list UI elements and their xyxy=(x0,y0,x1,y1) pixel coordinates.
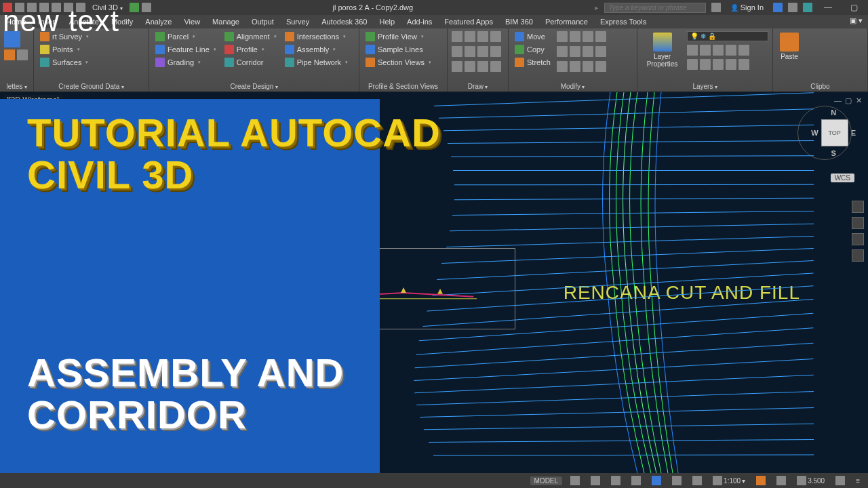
grading-button[interactable]: Grading xyxy=(153,57,218,68)
revcloud-icon[interactable] xyxy=(490,61,501,72)
workspace-toggle[interactable] xyxy=(753,475,768,486)
corridor-button[interactable]: Corridor xyxy=(222,57,279,68)
layer-dropdown[interactable]: 💡❄🔒 xyxy=(687,31,768,41)
tab-help[interactable]: Help xyxy=(373,15,401,28)
anno-monitor[interactable] xyxy=(774,475,789,486)
polar-toggle[interactable] xyxy=(629,475,644,486)
join-icon[interactable] xyxy=(570,61,580,72)
rect-icon[interactable] xyxy=(452,46,462,57)
panel-palettes[interactable]: lettes xyxy=(4,81,29,90)
nav-zoom-icon[interactable] xyxy=(852,233,864,245)
fillet-icon[interactable] xyxy=(595,31,606,42)
elevation-value[interactable]: 3.500 xyxy=(794,475,827,486)
arc-icon[interactable] xyxy=(490,31,501,42)
layer-uniso-icon[interactable] xyxy=(700,59,711,70)
tab-autodesk360[interactable]: Autodesk 360 xyxy=(315,15,373,28)
vp-close-icon[interactable]: ✕ xyxy=(856,96,864,104)
search-icon[interactable] xyxy=(711,3,721,12)
help-icon[interactable] xyxy=(803,3,812,12)
spline-icon[interactable] xyxy=(490,46,501,57)
layer-prev-icon[interactable] xyxy=(738,59,749,70)
qat-share-icon[interactable] xyxy=(130,3,139,12)
erase-icon[interactable] xyxy=(557,61,568,72)
customize-status[interactable]: ≡ xyxy=(853,476,863,485)
trim-icon[interactable] xyxy=(570,31,580,42)
circle-icon[interactable] xyxy=(477,31,488,42)
isolate-toggle[interactable] xyxy=(833,475,848,486)
profile-button[interactable]: Profile xyxy=(222,44,279,55)
panel-draw[interactable]: Draw xyxy=(452,81,504,90)
point-icon[interactable] xyxy=(452,61,462,72)
move-button[interactable]: Move xyxy=(513,31,553,42)
profile-view-button[interactable]: Profile View xyxy=(363,31,433,42)
vp-minimize-icon[interactable]: — xyxy=(834,96,842,104)
stretch-button[interactable]: Stretch xyxy=(513,57,553,68)
parcel-button[interactable]: Parcel xyxy=(153,31,218,42)
section-views-button[interactable]: Section Views xyxy=(363,57,433,68)
grid-toggle[interactable] xyxy=(568,475,583,486)
panel-create-design[interactable]: Create Design xyxy=(153,81,355,90)
rotate-icon[interactable] xyxy=(557,31,568,42)
tab-analyze[interactable]: Analyze xyxy=(139,15,178,28)
ribbon-collapse-icon[interactable]: ▣ ▾ xyxy=(844,15,868,28)
layer-thaw-icon[interactable] xyxy=(713,59,724,70)
qat-more-icon[interactable] xyxy=(142,3,151,12)
layer-unlock-icon[interactable] xyxy=(726,59,736,70)
mirror-icon[interactable] xyxy=(583,31,593,42)
region-icon[interactable] xyxy=(465,61,475,72)
dyninput-toggle[interactable] xyxy=(669,475,684,486)
panel-modify[interactable]: Modify xyxy=(513,81,633,90)
panel-clipboard[interactable]: Clipbo xyxy=(777,81,863,90)
alignment-button[interactable]: Alignment xyxy=(222,31,279,42)
anno-scale[interactable]: 1:100 ▾ xyxy=(710,475,748,486)
wcs-badge[interactable]: WCS xyxy=(831,174,854,182)
tab-view[interactable]: View xyxy=(178,15,206,28)
surfaces-button[interactable]: Surfaces xyxy=(38,57,91,68)
line-icon[interactable] xyxy=(452,31,462,42)
lineweight-toggle[interactable] xyxy=(690,475,705,486)
points-button[interactable]: Points xyxy=(38,44,91,55)
tab-survey[interactable]: Survey xyxy=(280,15,315,28)
paste-button[interactable]: Paste xyxy=(777,31,802,62)
chamfer-icon[interactable] xyxy=(595,61,606,72)
exchange-icon[interactable] xyxy=(773,3,783,12)
layer-iso-icon[interactable] xyxy=(700,45,711,56)
layer-match-icon[interactable] xyxy=(738,45,749,56)
wipeout-icon[interactable] xyxy=(477,61,488,72)
tab-featured-apps[interactable]: Featured Apps xyxy=(438,15,499,28)
explode-icon[interactable] xyxy=(595,46,606,57)
ellipse-icon[interactable] xyxy=(465,46,475,57)
break-icon[interactable] xyxy=(583,61,593,72)
panel-layers[interactable]: Layers xyxy=(642,81,768,90)
assembly-button[interactable]: Assembly xyxy=(283,44,350,55)
sign-in-button[interactable]: Sign In xyxy=(726,3,768,12)
osnap-toggle[interactable] xyxy=(649,475,664,486)
array-icon[interactable] xyxy=(570,46,580,57)
offset-icon[interactable] xyxy=(583,46,593,57)
intersections-button[interactable]: Intersections xyxy=(283,31,350,42)
window-minimize[interactable]: — xyxy=(818,3,838,12)
layer-off-icon[interactable] xyxy=(687,45,698,56)
nav-orbit-icon[interactable] xyxy=(852,249,864,262)
tab-manage[interactable]: Manage xyxy=(206,15,245,28)
polyline-icon[interactable] xyxy=(465,31,475,42)
copy-button[interactable]: Copy xyxy=(513,44,553,55)
vp-max-icon[interactable]: ▢ xyxy=(845,96,853,104)
layer-on-icon[interactable] xyxy=(687,59,698,70)
tab-bim360[interactable]: BIM 360 xyxy=(499,15,539,28)
palette-icon-2[interactable] xyxy=(17,49,28,60)
palette-icon-1[interactable] xyxy=(4,49,15,60)
tab-addins[interactable]: Add-ins xyxy=(401,15,438,28)
scale-icon[interactable] xyxy=(557,46,568,57)
tab-performance[interactable]: Performance xyxy=(539,15,594,28)
sample-lines-button[interactable]: Sample Lines xyxy=(363,44,433,55)
layer-lock-icon[interactable] xyxy=(726,45,736,56)
hatch-icon[interactable] xyxy=(477,46,488,57)
snap-toggle[interactable] xyxy=(588,475,603,486)
model-space-button[interactable]: MODEL xyxy=(530,476,563,485)
feature-line-button[interactable]: Feature Line xyxy=(153,44,218,55)
infocenter-search[interactable] xyxy=(604,3,706,13)
window-maximize[interactable]: ▢ xyxy=(844,3,864,12)
panel-create-ground[interactable]: Create Ground Data xyxy=(38,81,144,90)
nav-wheel-icon[interactable] xyxy=(852,201,864,213)
